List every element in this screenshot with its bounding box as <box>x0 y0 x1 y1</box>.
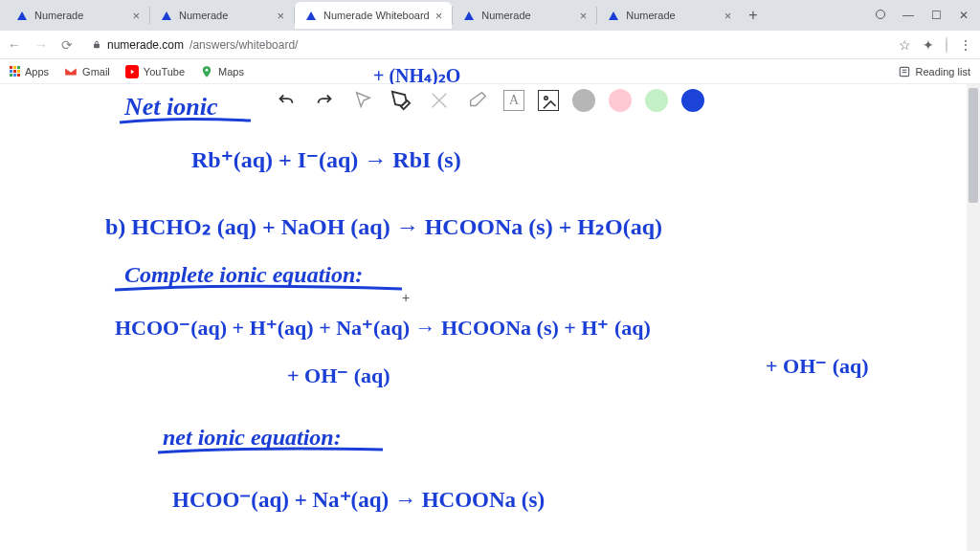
star-icon[interactable]: ☆ <box>899 37 911 53</box>
browser-tab[interactable]: Numerade × <box>453 2 596 29</box>
browser-tab-strip: Numerade × Numerade × Numerade Whiteboar… <box>0 0 980 31</box>
underline-stroke <box>115 286 402 290</box>
close-icon[interactable]: × <box>724 9 732 23</box>
hw-net-ionic: Net ionic <box>123 93 218 121</box>
browser-tab[interactable]: Numerade × <box>150 2 294 29</box>
profile-avatar-icon[interactable] <box>946 37 947 53</box>
tab-title: Numerade <box>34 10 126 21</box>
close-icon[interactable]: × <box>132 9 140 23</box>
nav-arrows: ← → ⟳ <box>8 37 73 53</box>
hw-complete-right2: + OH⁻ (aq) <box>766 354 869 378</box>
address-bar-row: ← → ⟳ numerade.com/answers/whiteboard/ ☆… <box>0 31 980 59</box>
addr-bar-actions: ☆ ✦ ⋮ <box>899 37 972 53</box>
cursor-mark: + <box>402 290 410 305</box>
hw-net-ionic-2: net ionic equation: <box>163 425 342 450</box>
hw-complete-title: Complete ionic equation: <box>124 262 363 287</box>
numerade-favicon <box>160 9 173 22</box>
scrollbar-thumb[interactable] <box>969 88 978 203</box>
vertical-scrollbar[interactable] <box>967 84 980 551</box>
underline-stroke <box>120 119 251 122</box>
whiteboard-canvas[interactable]: Net ionic Rb⁺(aq) + I⁻(aq) → RbI (s) b) … <box>0 67 967 551</box>
minimize-icon[interactable]: — <box>902 9 914 22</box>
browser-tab-active[interactable]: Numerade Whiteboard × <box>295 2 452 29</box>
forward-icon[interactable]: → <box>34 37 48 53</box>
hw-part-b: b) HCHO₂ (aq) + NaOH (aq) → HCOONa (s) +… <box>105 214 662 239</box>
reload-icon[interactable]: ⟳ <box>61 37 73 53</box>
url-host: numerade.com <box>107 38 184 52</box>
kebab-menu-icon[interactable]: ⋮ <box>959 37 972 53</box>
numerade-favicon <box>607 9 620 22</box>
close-icon[interactable]: × <box>277 9 284 23</box>
maximize-icon[interactable]: ☐ <box>931 9 942 22</box>
tab-title: Numerade <box>481 10 573 21</box>
numerade-favicon <box>304 9 318 22</box>
url-bar[interactable]: numerade.com/answers/whiteboard/ <box>84 38 887 52</box>
tab-title: Numerade Whiteboard <box>323 10 430 21</box>
close-icon[interactable]: × <box>580 9 588 23</box>
hw-eq1: Rb⁺(aq) + I⁻(aq) → RbI (s) <box>191 147 461 172</box>
back-icon[interactable]: ← <box>8 37 21 53</box>
close-window-icon[interactable]: ✕ <box>959 9 969 22</box>
window-controls: — ☐ ✕ <box>876 9 980 22</box>
new-tab-button[interactable]: + <box>741 7 765 24</box>
numerade-favicon <box>462 9 476 22</box>
tab-title: Numerade <box>179 10 271 21</box>
tab-title: Numerade <box>626 10 718 21</box>
hw-complete-left2: + OH⁻ (aq) <box>287 364 390 387</box>
url-path: /answers/whiteboard/ <box>189 38 298 52</box>
browser-tab[interactable]: Numerade × <box>597 2 741 29</box>
numerade-favicon <box>15 9 29 22</box>
lock-icon <box>92 40 101 50</box>
extensions-icon[interactable]: ✦ <box>923 37 934 53</box>
close-icon[interactable]: × <box>435 9 443 23</box>
hw-final: HCOO⁻(aq) + Na⁺(aq) → HCOONa (s) <box>172 488 545 512</box>
browser-tab[interactable]: Numerade × <box>6 2 149 29</box>
hw-complete-line1: HCOO⁻(aq) + H⁺(aq) + Na⁺(aq) → HCOONa (s… <box>115 316 651 340</box>
chrome-account-icon[interactable] <box>876 9 885 22</box>
